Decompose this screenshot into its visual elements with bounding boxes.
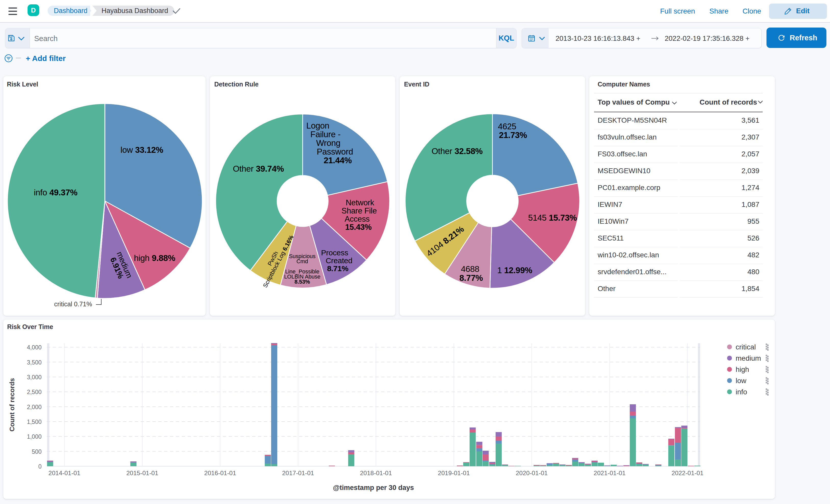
svg-text:3,000: 3,000 [27, 374, 41, 381]
svg-text:critical: critical [736, 343, 756, 351]
svg-text:Count of records: Count of records [8, 378, 16, 431]
svg-text:2022-01-01: 2022-01-01 [672, 470, 703, 476]
svg-text:Logon: Logon [306, 121, 329, 130]
svg-text:Failure -: Failure - [311, 130, 341, 139]
svg-text:500: 500 [32, 448, 41, 455]
svg-text:info 49.37%: info 49.37% [34, 188, 77, 197]
svg-text:Wrong: Wrong [316, 138, 340, 148]
svg-text:Share File: Share File [342, 206, 377, 215]
svg-text:low: low [736, 377, 746, 385]
svg-text:Process: Process [321, 248, 348, 257]
svg-text:2015-01-01: 2015-01-01 [126, 470, 158, 476]
svg-text:2017-01-01: 2017-01-01 [282, 470, 314, 476]
svg-text:21.73%: 21.73% [499, 130, 527, 140]
svg-text:Network: Network [346, 198, 374, 207]
svg-text:critical 0.71%: critical 0.71% [54, 301, 92, 308]
svg-text:2021-01-01: 2021-01-01 [594, 470, 626, 476]
svg-text:4625: 4625 [498, 122, 516, 131]
svg-text:@timestamp per 30 days: @timestamp per 30 days [333, 484, 414, 492]
svg-text:Other 39.74%: Other 39.74% [233, 164, 284, 174]
svg-text:info: info [736, 388, 747, 396]
svg-text:Created: Created [326, 256, 352, 265]
svg-text:1,500: 1,500 [27, 418, 41, 425]
svg-text:low 33.12%: low 33.12% [120, 145, 163, 155]
svg-text:1,000: 1,000 [27, 433, 41, 440]
svg-text:2,000: 2,000 [27, 404, 41, 410]
svg-text:4688: 4688 [461, 264, 479, 274]
svg-text:8.77%: 8.77% [459, 273, 483, 283]
svg-text:5145 15.73%: 5145 15.73% [528, 213, 577, 222]
svg-text:1 12.99%: 1 12.99% [497, 265, 532, 275]
svg-text:high 9.88%: high 9.88% [134, 253, 175, 263]
svg-text:8.71%: 8.71% [327, 264, 348, 273]
svg-text:Password: Password [317, 147, 353, 156]
svg-text:3,500: 3,500 [27, 359, 41, 366]
svg-text:4,000: 4,000 [27, 344, 41, 351]
svg-text:21.44%: 21.44% [324, 156, 352, 165]
svg-text:Cmd: Cmd [296, 258, 308, 264]
svg-text:2014-01-01: 2014-01-01 [49, 470, 81, 476]
svg-text:2020-01-01: 2020-01-01 [516, 470, 548, 476]
svg-text:8.53%: 8.53% [295, 279, 310, 285]
svg-text:high: high [736, 366, 749, 373]
svg-text:Access: Access [345, 215, 370, 223]
svg-text:2018-01-01: 2018-01-01 [360, 470, 392, 476]
svg-text:15.43%: 15.43% [345, 223, 372, 231]
svg-text:2016-01-01: 2016-01-01 [204, 470, 236, 476]
svg-text:medium: medium [736, 354, 761, 362]
svg-text:0: 0 [38, 463, 41, 470]
svg-text:2,500: 2,500 [27, 389, 41, 395]
svg-text:2019-01-01: 2019-01-01 [438, 470, 470, 476]
svg-text:Other 32.58%: Other 32.58% [432, 147, 483, 156]
